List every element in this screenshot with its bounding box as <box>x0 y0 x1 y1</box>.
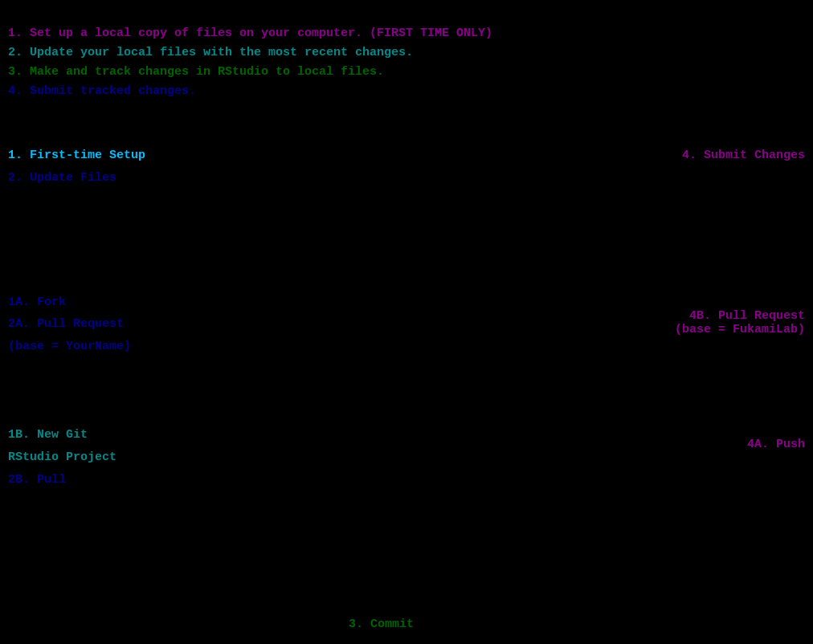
instruction-line-3: 3. Make and track changes in RStudio to … <box>8 63 492 82</box>
label-4a-push: 4A. Push <box>747 438 805 451</box>
label-4b-pull-request: 4B. Pull Request (base = FukamiLab) <box>675 309 805 336</box>
label-1b-new-git: 1B. New Git <box>8 428 88 442</box>
label-2a-base: (base = YourName) <box>8 340 131 353</box>
label-2b-pull: 2B. Pull <box>8 473 66 487</box>
label-1b-rstudio-project: RStudio Project <box>8 450 116 464</box>
label-3-commit: 3. Commit <box>349 618 414 631</box>
top-instructions: 1. Set up a local copy of files on your … <box>8 24 492 101</box>
label-2a-pull-request: 2A. Pull Request <box>8 317 124 331</box>
instruction-line-1: 1. Set up a local copy of files on your … <box>8 24 492 43</box>
label-submit-changes: 4. Submit Changes <box>682 149 805 162</box>
label-update-files: 2. Update Files <box>8 171 116 185</box>
instruction-line-2: 2. Update your local files with the most… <box>8 43 492 63</box>
label-first-time-setup: 1. First-time Setup <box>8 149 145 162</box>
label-1a-fork: 1A. Fork <box>8 296 66 309</box>
instruction-line-4: 4. Submit tracked changes. <box>8 82 492 101</box>
